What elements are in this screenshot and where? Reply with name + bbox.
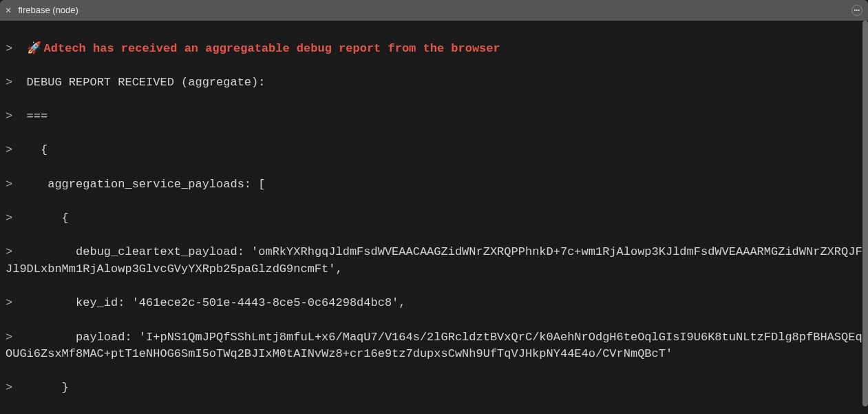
terminal-line: > { <box>6 142 862 159</box>
headline-text: Adtech has received an aggregatable debu… <box>44 42 500 55</box>
rocket-icon: 🚀 <box>27 42 41 55</box>
terminal-line: > { <box>6 210 862 227</box>
prompt-marker: > <box>6 42 12 55</box>
line-text: debug_cleartext_payload: 'omRkYXRhgqJldm… <box>6 245 862 276</box>
terminal-line: > payload: 'I+pNS1QmJPQfSShLmtj8mfuL+x6/… <box>6 329 862 363</box>
terminal-line: > } <box>6 380 862 397</box>
line-text: === <box>27 110 48 123</box>
prompt-marker: > <box>6 296 12 309</box>
close-icon[interactable]: ✕ <box>6 3 11 17</box>
line-text: { <box>27 143 48 156</box>
prompt-marker: > <box>6 211 12 225</box>
prompt-marker: > <box>6 110 12 123</box>
terminal-line: > DEBUG REPORT RECEIVED (aggregate): <box>6 74 862 92</box>
line-text: DEBUG REPORT RECEIVED (aggregate): <box>27 76 266 89</box>
tab-left-group: ✕ firebase (node) <box>6 3 78 17</box>
terminal-line: > === <box>6 108 862 125</box>
scrollbar-thumb[interactable] <box>862 21 868 406</box>
tab-title: firebase (node) <box>18 4 78 17</box>
terminal-line: > 🚀Adtech has received an aggregatable d… <box>6 41 862 58</box>
line-text: key_id: '461ece2c-501e-4443-8ce5-0c64298… <box>27 296 406 309</box>
prompt-marker: > <box>6 245 12 258</box>
tab-bar: ✕ firebase (node) ⋯ <box>0 0 868 21</box>
line-text: aggregation_service_payloads: [ <box>27 178 266 191</box>
line-text: } <box>27 381 69 394</box>
scrollbar-track[interactable] <box>861 21 868 414</box>
line-text: { <box>27 211 69 225</box>
terminal-line: > key_id: '461ece2c-501e-4443-8ce5-0c642… <box>6 295 862 312</box>
line-text: payload: 'I+pNS1QmJPQfSShLmtj8mfuL+x6/Ma… <box>6 331 862 361</box>
more-icon[interactable]: ⋯ <box>851 5 862 16</box>
prompt-marker: > <box>6 331 12 344</box>
terminal-output[interactable]: > 🚀Adtech has received an aggregatable d… <box>0 21 868 414</box>
prompt-marker: > <box>6 178 12 191</box>
prompt-marker: > <box>6 143 12 156</box>
prompt-marker: > <box>6 381 12 394</box>
prompt-marker: > <box>6 76 12 89</box>
terminal-line: > aggregation_service_payloads: [ <box>6 176 862 194</box>
terminal-line: > debug_cleartext_payload: 'omRkYXRhgqJl… <box>6 244 862 278</box>
